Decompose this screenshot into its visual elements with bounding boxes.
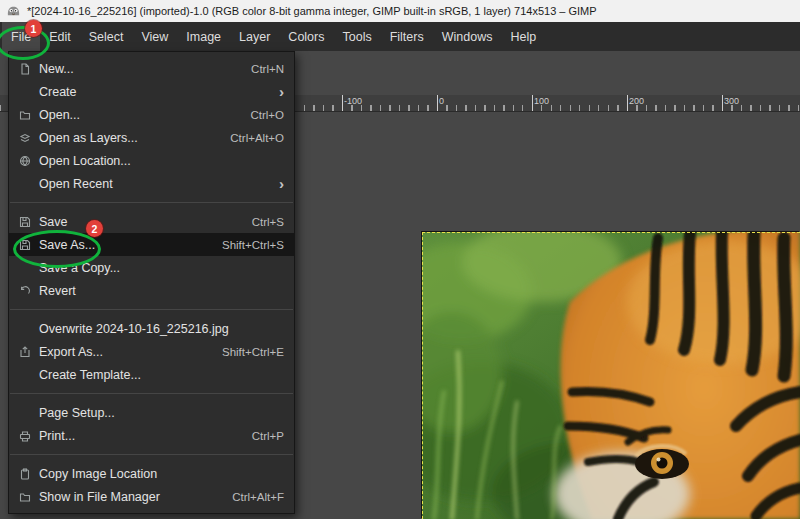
blank-icon-space xyxy=(17,260,33,276)
step1-number-badge: 1 xyxy=(25,20,42,37)
tiger-photo xyxy=(422,232,800,519)
menu-item-open[interactable]: Open... Ctrl+O xyxy=(9,103,294,126)
menu-windows[interactable]: Windows xyxy=(433,22,502,51)
menu-item-copy-image-location[interactable]: Copy Image Location xyxy=(9,462,294,485)
ruler-label: -100 xyxy=(344,96,362,106)
menu-item-open-as-layers[interactable]: Open as Layers... Ctrl+Alt+O xyxy=(9,126,294,149)
menu-item-label: Show in File Manager xyxy=(39,490,160,504)
blank-icon-space xyxy=(17,321,33,337)
menu-item-shortcut: Ctrl+Alt+O xyxy=(218,132,284,144)
menu-item-label: Export As... xyxy=(39,345,103,359)
menu-item-shortcut: Shift+Ctrl+E xyxy=(210,346,284,358)
menu-item-label: Save As... xyxy=(39,238,95,252)
blank-icon-space xyxy=(17,367,33,383)
window-title: *[2024-10-16_225216] (imported)-1.0 (RGB… xyxy=(27,5,597,17)
menu-item-label: Overwrite 2024-10-16_225216.jpg xyxy=(39,322,229,336)
menu-layer[interactable]: Layer xyxy=(230,22,279,51)
menu-item-create-template[interactable]: Create Template... xyxy=(9,363,294,386)
menu-select[interactable]: Select xyxy=(80,22,133,51)
menu-bar: File Edit Select View Image Layer Colors… xyxy=(0,22,800,51)
ruler-label: 300 xyxy=(724,96,739,106)
ruler-label: 0 xyxy=(439,96,444,106)
printer-icon xyxy=(17,428,33,444)
menu-help[interactable]: Help xyxy=(501,22,545,51)
menu-separator xyxy=(10,309,293,310)
title-bar[interactable]: *[2024-10-16_225216] (imported)-1.0 (RGB… xyxy=(0,0,800,22)
menu-item-label: Save xyxy=(39,215,68,229)
blank-icon-space xyxy=(17,176,33,192)
menu-item-page-setup[interactable]: Page Setup... xyxy=(9,401,294,424)
menu-item-label: Save a Copy... xyxy=(39,261,120,275)
menu-separator xyxy=(10,393,293,394)
menu-image[interactable]: Image xyxy=(177,22,230,51)
menu-separator xyxy=(10,454,293,455)
save-icon xyxy=(17,214,33,230)
layers-icon xyxy=(17,130,33,146)
menu-item-label: Create Template... xyxy=(39,368,141,382)
menu-item-revert[interactable]: Revert xyxy=(9,279,294,302)
menu-item-save[interactable]: Save Ctrl+S xyxy=(9,210,294,233)
new-document-icon xyxy=(17,61,33,77)
menu-item-shortcut: Ctrl+S xyxy=(240,216,284,228)
export-icon xyxy=(17,344,33,360)
menu-edit[interactable]: Edit xyxy=(40,22,80,51)
file-manager-folder-icon xyxy=(17,489,33,505)
menu-item-shortcut: Ctrl+P xyxy=(240,430,284,442)
clipboard-icon xyxy=(17,466,33,482)
menu-item-label: Open Recent xyxy=(39,177,113,191)
menu-item-save-as[interactable]: Save As... Shift+Ctrl+S xyxy=(9,233,294,256)
gimp-logo-icon xyxy=(6,4,21,19)
menu-item-shortcut: Ctrl+Alt+F xyxy=(220,491,284,503)
image-canvas[interactable] xyxy=(422,232,800,519)
menu-item-shortcut: Ctrl+O xyxy=(238,109,284,121)
menu-item-show-in-file-manager[interactable]: Show in File Manager Ctrl+Alt+F xyxy=(9,485,294,508)
menu-item-label: Open as Layers... xyxy=(39,131,138,145)
menu-item-print[interactable]: Print... Ctrl+P xyxy=(9,424,294,447)
menu-item-create[interactable]: Create › xyxy=(9,80,294,103)
menu-item-label: Copy Image Location xyxy=(39,467,157,481)
menu-item-label: Print... xyxy=(39,429,75,443)
menu-item-shortcut: Ctrl+N xyxy=(239,63,284,75)
menu-item-label: New... xyxy=(39,62,74,76)
menu-item-export-as[interactable]: Export As... Shift+Ctrl+E xyxy=(9,340,294,363)
menu-view[interactable]: View xyxy=(132,22,177,51)
file-menu-dropdown: New... Ctrl+N Create › Open... Ctrl+O Op… xyxy=(8,51,295,514)
step2-number-badge: 2 xyxy=(86,220,103,237)
gimp-window: *[2024-10-16_225216] (imported)-1.0 (RGB… xyxy=(0,0,800,519)
blank-icon-space xyxy=(17,405,33,421)
menu-item-label: Create xyxy=(39,85,77,99)
save-as-icon xyxy=(17,237,33,253)
menu-tools[interactable]: Tools xyxy=(333,22,380,51)
revert-icon xyxy=(17,283,33,299)
ruler-label: 200 xyxy=(629,96,644,106)
menu-item-new[interactable]: New... Ctrl+N xyxy=(9,57,294,80)
ruler-label: 100 xyxy=(534,96,549,106)
menu-item-open-location[interactable]: Open Location... xyxy=(9,149,294,172)
menu-colors[interactable]: Colors xyxy=(279,22,333,51)
menu-filters[interactable]: Filters xyxy=(381,22,433,51)
menu-item-overwrite[interactable]: Overwrite 2024-10-16_225216.jpg xyxy=(9,317,294,340)
globe-icon xyxy=(17,153,33,169)
submenu-arrow-icon: › xyxy=(279,176,284,191)
open-folder-icon xyxy=(17,107,33,123)
menu-item-label: Page Setup... xyxy=(39,406,115,420)
submenu-arrow-icon: › xyxy=(279,84,284,99)
menu-item-save-a-copy[interactable]: Save a Copy... xyxy=(9,256,294,279)
menu-item-label: Revert xyxy=(39,284,76,298)
menu-item-label: Open Location... xyxy=(39,154,131,168)
menu-separator xyxy=(10,202,293,203)
menu-item-label: Open... xyxy=(39,108,80,122)
blank-icon-space xyxy=(17,84,33,100)
menu-item-shortcut: Shift+Ctrl+S xyxy=(210,239,284,251)
menu-item-open-recent[interactable]: Open Recent › xyxy=(9,172,294,195)
